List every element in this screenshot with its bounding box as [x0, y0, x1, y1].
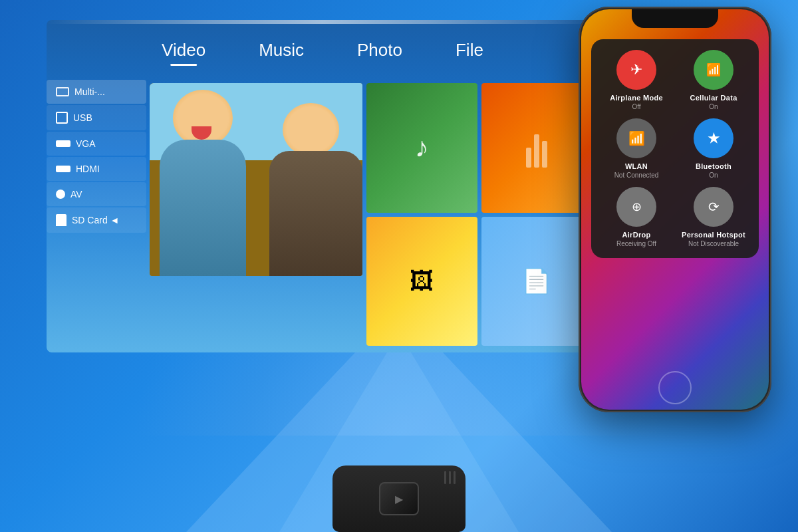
sidebar-label-vga: VGA — [76, 138, 96, 149]
airdrop-button[interactable]: ⊕ — [616, 187, 656, 227]
sidebar-item-usb[interactable]: USB — [47, 105, 146, 130]
bluetooth-sublabel: On — [709, 172, 718, 179]
nav-photo[interactable]: Photo — [357, 40, 402, 61]
monitor-icon — [56, 87, 69, 96]
family-photo — [150, 83, 362, 276]
hotspot-label: Personal Hotspot — [682, 231, 745, 239]
sidebar-label-sdcard: SD Card ◄ — [72, 215, 119, 225]
boy — [153, 83, 266, 276]
hotspot-sublabel: Not Discoverable — [688, 240, 739, 247]
vent2 — [449, 471, 451, 484]
sidebar-label-multi: Multi-... — [74, 86, 105, 97]
airdrop-sublabel: Receiving Off — [616, 240, 656, 247]
airplane-icon: ✈ — [630, 61, 642, 78]
sidebar-label-hdmi: HDMI — [76, 164, 100, 174]
media-tiles: ♪ 🖼 📄 — [366, 83, 592, 346]
vent3 — [454, 471, 456, 484]
orange-bars — [526, 128, 547, 168]
airdrop-label: AirDrop — [622, 231, 650, 239]
sidebar-label-usb: USB — [73, 112, 92, 123]
orange-tile[interactable] — [481, 83, 593, 213]
control-cellular[interactable]: 📶 Cellular Data On — [679, 50, 748, 110]
woman — [269, 103, 362, 276]
photo-tile-icon: 🖼 — [410, 267, 434, 295]
file-tile[interactable]: 📄 — [481, 217, 593, 346]
cellular-sublabel: On — [709, 103, 718, 110]
sidebar: Multi-... USB VGA HDMI AV SD Card ◄ — [47, 80, 146, 233]
sidebar-item-sdcard[interactable]: SD Card ◄ — [47, 207, 146, 233]
projector-vents — [444, 471, 456, 484]
sidebar-item-av[interactable]: AV — [47, 182, 146, 206]
nav-file[interactable]: File — [456, 40, 483, 61]
cellular-button[interactable]: 📶 — [694, 50, 733, 90]
airplane-mode-label: Airplane Mode — [610, 94, 663, 102]
control-bluetooth[interactable]: ★ Bluetooth On — [679, 118, 748, 179]
photo-tile[interactable]: 🖼 — [366, 217, 477, 346]
sidebar-item-multi[interactable]: Multi-... — [47, 80, 146, 104]
cellular-label: Cellular Data — [690, 94, 737, 102]
control-hotspot[interactable]: ⟳ Personal Hotspot Not Discoverable — [679, 187, 748, 247]
iphone-screen: ✈ Airplane Mode Off 📶 Cellular Data On — [581, 9, 769, 410]
sidebar-item-vga[interactable]: VGA — [47, 132, 146, 156]
airdrop-icon: ⊕ — [632, 200, 642, 214]
file-icon: 📄 — [521, 267, 551, 295]
projector-device — [326, 426, 472, 532]
iphone-frame: ✈ Airplane Mode Off 📶 Cellular Data On — [579, 7, 771, 412]
av-icon — [56, 190, 65, 199]
wlan-sublabel: Not Connected — [614, 172, 659, 179]
woman-body — [269, 151, 362, 276]
wifi-icon: 📶 — [628, 130, 645, 146]
vent1 — [444, 471, 446, 484]
projector-body — [332, 466, 466, 532]
hotspot-icon: ⟳ — [708, 199, 720, 215]
sd-icon — [56, 214, 66, 226]
cellular-icon: 📶 — [706, 63, 721, 77]
bluetooth-button[interactable]: ★ — [694, 118, 733, 158]
bar2 — [534, 134, 539, 168]
wlan-button[interactable]: 📶 — [616, 118, 656, 158]
iphone: ✈ Airplane Mode Off 📶 Cellular Data On — [579, 7, 778, 419]
nav-video[interactable]: Video — [162, 40, 205, 61]
airplane-mode-sublabel: Off — [632, 103, 640, 110]
usb-icon — [56, 112, 68, 124]
hdmi-icon — [56, 166, 70, 172]
boy-body — [160, 140, 246, 276]
screen-light-bar — [47, 20, 598, 24]
airplane-mode-button[interactable]: ✈ — [616, 50, 656, 90]
bluetooth-label: Bluetooth — [696, 162, 732, 170]
woman-head — [283, 103, 339, 156]
screen-nav: Video Music Photo File — [47, 20, 598, 67]
media-tiles-bottom-row: 🖼 📄 — [366, 217, 592, 346]
bluetooth-icon: ★ — [708, 130, 720, 146]
bar1 — [526, 148, 531, 168]
bar3 — [542, 141, 547, 168]
control-airdrop[interactable]: ⊕ AirDrop Receiving Off — [602, 187, 671, 247]
music-tile[interactable]: ♪ — [366, 83, 477, 213]
iphone-home-button[interactable] — [658, 371, 692, 404]
nav-music[interactable]: Music — [259, 40, 304, 61]
sidebar-label-av: AV — [70, 189, 82, 200]
media-content: ♪ 🖼 📄 — [150, 83, 592, 346]
hotspot-button[interactable]: ⟳ — [694, 187, 733, 227]
projector-screen: Video Music Photo File Multi-... USB VGA… — [47, 20, 598, 352]
sidebar-item-hdmi[interactable]: HDMI — [47, 157, 146, 181]
projector-lens — [379, 482, 419, 515]
vga-icon — [56, 140, 70, 147]
wlan-label: WLAN — [625, 162, 648, 170]
control-wlan[interactable]: 📶 WLAN Not Connected — [602, 118, 671, 179]
iphone-notch — [632, 9, 718, 28]
media-tiles-top-row: ♪ — [366, 83, 592, 213]
control-center: ✈ Airplane Mode Off 📶 Cellular Data On — [591, 39, 759, 258]
control-airplane-mode[interactable]: ✈ Airplane Mode Off — [602, 50, 671, 110]
music-icon: ♪ — [415, 132, 429, 164]
control-grid: ✈ Airplane Mode Off 📶 Cellular Data On — [602, 50, 748, 247]
